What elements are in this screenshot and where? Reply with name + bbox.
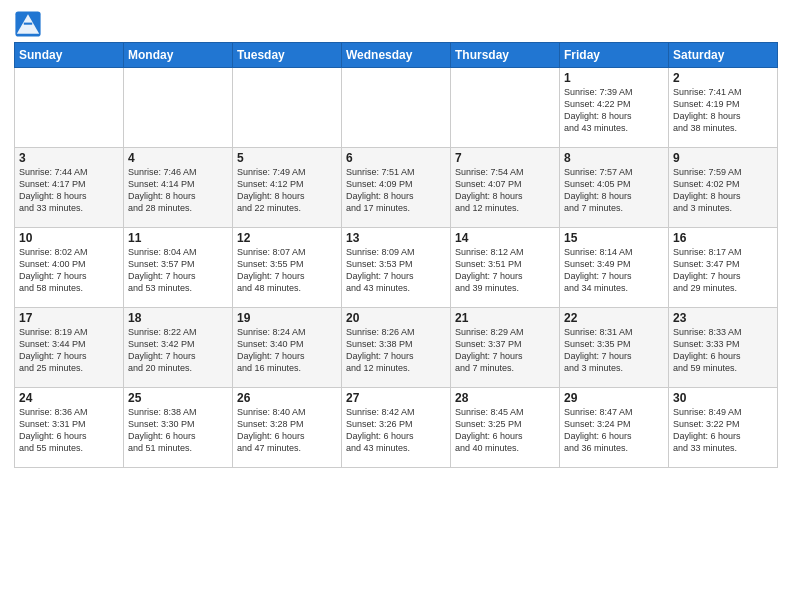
calendar-cell: 14Sunrise: 8:12 AM Sunset: 3:51 PM Dayli… [451, 228, 560, 308]
calendar-header-row: SundayMondayTuesdayWednesdayThursdayFrid… [15, 43, 778, 68]
day-info: Sunrise: 8:09 AM Sunset: 3:53 PM Dayligh… [346, 246, 446, 295]
day-info: Sunrise: 8:29 AM Sunset: 3:37 PM Dayligh… [455, 326, 555, 375]
calendar-cell: 3Sunrise: 7:44 AM Sunset: 4:17 PM Daylig… [15, 148, 124, 228]
col-header-saturday: Saturday [669, 43, 778, 68]
day-info: Sunrise: 7:41 AM Sunset: 4:19 PM Dayligh… [673, 86, 773, 135]
day-info: Sunrise: 7:51 AM Sunset: 4:09 PM Dayligh… [346, 166, 446, 215]
calendar-cell: 22Sunrise: 8:31 AM Sunset: 3:35 PM Dayli… [560, 308, 669, 388]
day-number: 5 [237, 151, 337, 165]
calendar-cell: 28Sunrise: 8:45 AM Sunset: 3:25 PM Dayli… [451, 388, 560, 468]
day-number: 19 [237, 311, 337, 325]
day-number: 6 [346, 151, 446, 165]
day-info: Sunrise: 8:47 AM Sunset: 3:24 PM Dayligh… [564, 406, 664, 455]
day-info: Sunrise: 8:07 AM Sunset: 3:55 PM Dayligh… [237, 246, 337, 295]
day-info: Sunrise: 8:36 AM Sunset: 3:31 PM Dayligh… [19, 406, 119, 455]
col-header-wednesday: Wednesday [342, 43, 451, 68]
day-number: 10 [19, 231, 119, 245]
day-info: Sunrise: 7:46 AM Sunset: 4:14 PM Dayligh… [128, 166, 228, 215]
logo-icon [14, 10, 42, 38]
calendar-cell: 10Sunrise: 8:02 AM Sunset: 4:00 PM Dayli… [15, 228, 124, 308]
day-number: 23 [673, 311, 773, 325]
calendar-cell: 18Sunrise: 8:22 AM Sunset: 3:42 PM Dayli… [124, 308, 233, 388]
day-info: Sunrise: 7:59 AM Sunset: 4:02 PM Dayligh… [673, 166, 773, 215]
calendar-cell: 9Sunrise: 7:59 AM Sunset: 4:02 PM Daylig… [669, 148, 778, 228]
day-number: 26 [237, 391, 337, 405]
logo [14, 10, 46, 38]
day-info: Sunrise: 8:14 AM Sunset: 3:49 PM Dayligh… [564, 246, 664, 295]
calendar-table: SundayMondayTuesdayWednesdayThursdayFrid… [14, 42, 778, 468]
day-number: 24 [19, 391, 119, 405]
calendar-cell: 24Sunrise: 8:36 AM Sunset: 3:31 PM Dayli… [15, 388, 124, 468]
day-info: Sunrise: 8:04 AM Sunset: 3:57 PM Dayligh… [128, 246, 228, 295]
header [14, 10, 778, 38]
day-number: 18 [128, 311, 228, 325]
calendar-cell: 27Sunrise: 8:42 AM Sunset: 3:26 PM Dayli… [342, 388, 451, 468]
calendar-cell: 26Sunrise: 8:40 AM Sunset: 3:28 PM Dayli… [233, 388, 342, 468]
calendar-cell: 20Sunrise: 8:26 AM Sunset: 3:38 PM Dayli… [342, 308, 451, 388]
day-info: Sunrise: 8:33 AM Sunset: 3:33 PM Dayligh… [673, 326, 773, 375]
day-info: Sunrise: 7:44 AM Sunset: 4:17 PM Dayligh… [19, 166, 119, 215]
day-info: Sunrise: 7:54 AM Sunset: 4:07 PM Dayligh… [455, 166, 555, 215]
calendar-week-5: 24Sunrise: 8:36 AM Sunset: 3:31 PM Dayli… [15, 388, 778, 468]
calendar-cell [15, 68, 124, 148]
day-info: Sunrise: 7:57 AM Sunset: 4:05 PM Dayligh… [564, 166, 664, 215]
calendar-cell: 1Sunrise: 7:39 AM Sunset: 4:22 PM Daylig… [560, 68, 669, 148]
calendar-week-3: 10Sunrise: 8:02 AM Sunset: 4:00 PM Dayli… [15, 228, 778, 308]
calendar-cell [124, 68, 233, 148]
col-header-thursday: Thursday [451, 43, 560, 68]
day-number: 11 [128, 231, 228, 245]
day-number: 15 [564, 231, 664, 245]
day-info: Sunrise: 8:42 AM Sunset: 3:26 PM Dayligh… [346, 406, 446, 455]
col-header-monday: Monday [124, 43, 233, 68]
calendar-cell [342, 68, 451, 148]
day-info: Sunrise: 8:24 AM Sunset: 3:40 PM Dayligh… [237, 326, 337, 375]
day-number: 16 [673, 231, 773, 245]
calendar-cell: 11Sunrise: 8:04 AM Sunset: 3:57 PM Dayli… [124, 228, 233, 308]
day-number: 17 [19, 311, 119, 325]
calendar-cell: 29Sunrise: 8:47 AM Sunset: 3:24 PM Dayli… [560, 388, 669, 468]
day-number: 22 [564, 311, 664, 325]
day-info: Sunrise: 7:39 AM Sunset: 4:22 PM Dayligh… [564, 86, 664, 135]
day-info: Sunrise: 8:40 AM Sunset: 3:28 PM Dayligh… [237, 406, 337, 455]
day-number: 27 [346, 391, 446, 405]
calendar-week-4: 17Sunrise: 8:19 AM Sunset: 3:44 PM Dayli… [15, 308, 778, 388]
day-number: 28 [455, 391, 555, 405]
day-info: Sunrise: 8:45 AM Sunset: 3:25 PM Dayligh… [455, 406, 555, 455]
calendar-cell [233, 68, 342, 148]
day-info: Sunrise: 8:49 AM Sunset: 3:22 PM Dayligh… [673, 406, 773, 455]
calendar-cell: 25Sunrise: 8:38 AM Sunset: 3:30 PM Dayli… [124, 388, 233, 468]
col-header-sunday: Sunday [15, 43, 124, 68]
calendar-cell: 6Sunrise: 7:51 AM Sunset: 4:09 PM Daylig… [342, 148, 451, 228]
calendar-cell: 17Sunrise: 8:19 AM Sunset: 3:44 PM Dayli… [15, 308, 124, 388]
calendar-cell: 16Sunrise: 8:17 AM Sunset: 3:47 PM Dayli… [669, 228, 778, 308]
day-info: Sunrise: 7:49 AM Sunset: 4:12 PM Dayligh… [237, 166, 337, 215]
calendar-cell: 5Sunrise: 7:49 AM Sunset: 4:12 PM Daylig… [233, 148, 342, 228]
day-info: Sunrise: 8:38 AM Sunset: 3:30 PM Dayligh… [128, 406, 228, 455]
day-number: 8 [564, 151, 664, 165]
calendar-cell: 15Sunrise: 8:14 AM Sunset: 3:49 PM Dayli… [560, 228, 669, 308]
col-header-tuesday: Tuesday [233, 43, 342, 68]
calendar-week-1: 1Sunrise: 7:39 AM Sunset: 4:22 PM Daylig… [15, 68, 778, 148]
calendar-cell: 2Sunrise: 7:41 AM Sunset: 4:19 PM Daylig… [669, 68, 778, 148]
day-info: Sunrise: 8:22 AM Sunset: 3:42 PM Dayligh… [128, 326, 228, 375]
calendar-cell: 23Sunrise: 8:33 AM Sunset: 3:33 PM Dayli… [669, 308, 778, 388]
day-number: 1 [564, 71, 664, 85]
day-info: Sunrise: 8:26 AM Sunset: 3:38 PM Dayligh… [346, 326, 446, 375]
day-number: 3 [19, 151, 119, 165]
day-number: 30 [673, 391, 773, 405]
day-number: 29 [564, 391, 664, 405]
day-number: 14 [455, 231, 555, 245]
calendar-cell: 13Sunrise: 8:09 AM Sunset: 3:53 PM Dayli… [342, 228, 451, 308]
calendar-cell: 21Sunrise: 8:29 AM Sunset: 3:37 PM Dayli… [451, 308, 560, 388]
day-info: Sunrise: 8:12 AM Sunset: 3:51 PM Dayligh… [455, 246, 555, 295]
calendar-cell: 19Sunrise: 8:24 AM Sunset: 3:40 PM Dayli… [233, 308, 342, 388]
day-number: 9 [673, 151, 773, 165]
calendar-cell: 7Sunrise: 7:54 AM Sunset: 4:07 PM Daylig… [451, 148, 560, 228]
calendar-cell: 8Sunrise: 7:57 AM Sunset: 4:05 PM Daylig… [560, 148, 669, 228]
day-number: 20 [346, 311, 446, 325]
day-number: 25 [128, 391, 228, 405]
page-container: SundayMondayTuesdayWednesdayThursdayFrid… [0, 0, 792, 476]
svg-rect-2 [24, 23, 32, 25]
day-number: 13 [346, 231, 446, 245]
calendar-week-2: 3Sunrise: 7:44 AM Sunset: 4:17 PM Daylig… [15, 148, 778, 228]
